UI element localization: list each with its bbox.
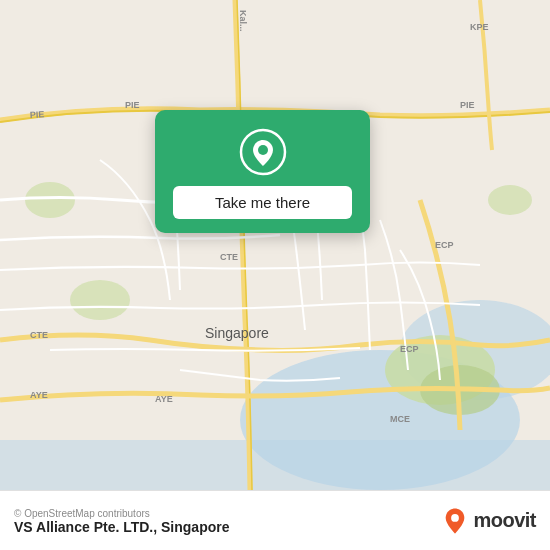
moovit-pin-icon	[441, 507, 469, 535]
svg-text:MCE: MCE	[390, 414, 410, 424]
popup-card: Take me there	[155, 110, 370, 233]
location-pin-icon	[239, 128, 287, 176]
copyright-text: © OpenStreetMap contributors	[14, 508, 230, 519]
take-me-there-button[interactable]: Take me there	[173, 186, 352, 219]
bottom-bar: © OpenStreetMap contributors VS Alliance…	[0, 490, 550, 550]
svg-text:Singapore: Singapore	[205, 325, 269, 341]
svg-rect-3	[0, 440, 550, 490]
svg-text:Kal...: Kal...	[238, 10, 248, 32]
svg-point-6	[70, 280, 130, 320]
svg-point-8	[488, 185, 532, 215]
moovit-logo[interactable]: moovit	[441, 507, 536, 535]
svg-point-7	[25, 182, 75, 218]
bottom-left-info: © OpenStreetMap contributors VS Alliance…	[14, 507, 230, 535]
svg-text:PIE: PIE	[125, 100, 140, 110]
svg-point-23	[258, 145, 268, 155]
moovit-text-label: moovit	[473, 509, 536, 532]
map-background: PIE PIE PIE CTE CTE AYE AYE ECP ECP KPE …	[0, 0, 550, 490]
svg-text:CTE: CTE	[220, 252, 238, 262]
svg-text:ECP: ECP	[435, 240, 454, 250]
svg-text:ECP: ECP	[400, 344, 419, 354]
svg-text:PIE: PIE	[460, 100, 475, 110]
svg-point-24	[452, 514, 460, 522]
company-name: VS Alliance Pte. LTD., Singapore	[14, 519, 230, 535]
svg-text:CTE: CTE	[30, 330, 48, 340]
svg-text:PIE: PIE	[30, 109, 45, 120]
svg-text:KPE: KPE	[470, 22, 489, 32]
map-container: PIE PIE PIE CTE CTE AYE AYE ECP ECP KPE …	[0, 0, 550, 490]
svg-text:AYE: AYE	[30, 390, 48, 400]
svg-text:AYE: AYE	[155, 394, 173, 404]
